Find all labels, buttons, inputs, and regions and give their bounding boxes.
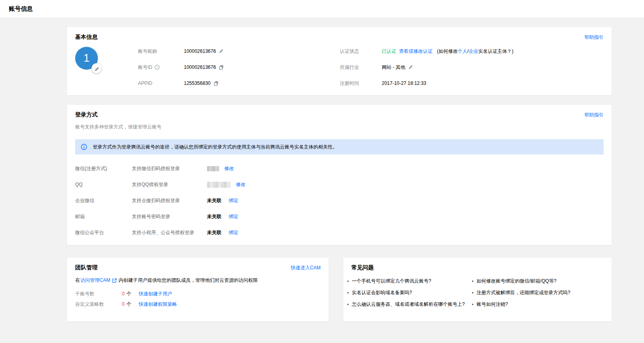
login-method-desc: 支持小程序、公众号授权登录 xyxy=(132,229,207,236)
bind-wecom-link[interactable]: 绑定 xyxy=(229,197,238,204)
login-row-wechat-official: 微信公众平台 支持小程序、公众号授权登录 未关联 绑定 xyxy=(75,225,604,241)
sub-accounts-row: 子账号数 0 个 快速创建子用户 xyxy=(75,289,321,299)
svg-text:?: ? xyxy=(156,66,158,69)
modify-auth-link[interactable]: 查看或修改认证 xyxy=(399,48,433,55)
avatar-text: 1 xyxy=(84,52,90,64)
bullet-icon xyxy=(472,304,473,305)
login-row-qq: QQ 支持QQ授权登录 修改 xyxy=(75,177,604,193)
team-management-card: 团队管理 快速进入CAM 在 访问管理CAM 内创建子用户提供给您的团队成员，管… xyxy=(67,258,329,321)
bullet-icon xyxy=(472,292,473,293)
policies-count: 0 xyxy=(122,301,125,307)
login-method-status: 未关联 xyxy=(207,197,221,204)
bind-email-link[interactable]: 绑定 xyxy=(229,213,238,220)
login-method-desc: 支持企微扫码授权登录 xyxy=(132,197,207,204)
login-method-name: 邮箱 xyxy=(75,213,132,220)
modify-qq-link[interactable]: 修改 xyxy=(236,181,245,188)
pencil-icon xyxy=(94,62,99,74)
create-sub-user-link[interactable]: 快速创建子用户 xyxy=(139,291,172,297)
login-method-desc: 支持QQ授权登录 xyxy=(132,181,207,188)
bullet-icon xyxy=(347,281,349,282)
bind-wechat-official-link[interactable]: 绑定 xyxy=(229,229,238,236)
auth-status-row: 认证状态 已认证 查看或修改认证 (如何修改个人/企业实名认证主体？) xyxy=(340,43,604,59)
create-policy-link[interactable]: 快速创建权限策略 xyxy=(139,301,177,308)
top-bar: 账号信息 xyxy=(0,0,644,18)
cam-link[interactable]: 访问管理CAM xyxy=(80,277,110,284)
industry-label: 所属行业 xyxy=(340,64,382,71)
bullet-icon xyxy=(347,292,349,293)
auth-note: (如何修改个人/企业实名认证主体？) xyxy=(437,48,513,55)
faq-item[interactable]: 怎么确认云服务器、域名或者域名解析在哪个账号上? xyxy=(347,301,472,307)
avatar[interactable]: 1 xyxy=(75,47,98,70)
account-id-label: 账号ID xyxy=(138,64,152,71)
faq-title: 常见问题 xyxy=(351,264,374,271)
reg-time-label: 注册时间 xyxy=(340,80,382,87)
login-method-name: 微信公众平台 xyxy=(75,229,132,236)
login-method-name: 微信(注册方式) xyxy=(75,165,132,172)
basic-help-link[interactable]: 帮助指引 xyxy=(584,34,604,41)
copy-account-id-icon[interactable] xyxy=(219,65,224,70)
nickname-value: 100002613676 xyxy=(184,48,216,54)
faq-item[interactable]: 注册方式被解绑后，还能绑定成登录方式吗? xyxy=(472,289,604,296)
login-help-link[interactable]: 帮助指引 xyxy=(584,112,604,118)
policies-label: 自定义策略数 xyxy=(75,301,122,308)
enterprise-auth-link[interactable]: 企业 xyxy=(469,48,478,54)
industry-row: 所属行业 网站 - 其他 xyxy=(340,59,604,75)
login-method-desc: 支持微信扫码授权登录 xyxy=(132,165,207,172)
question-icon[interactable]: ? xyxy=(154,64,160,70)
login-methods-title: 登录方式 xyxy=(75,111,98,118)
info-icon xyxy=(81,144,87,150)
quick-enter-cam-link[interactable]: 快速进入CAM xyxy=(291,265,321,271)
faq-item[interactable]: 实名认证会影响域名备案吗? xyxy=(347,289,472,296)
nickname-label: 账号昵称 xyxy=(138,48,184,55)
team-desc: 在 访问管理CAM 内创建子用户提供给您的团队成员，管理他们对云资源的访问权限 xyxy=(75,277,321,284)
login-method-name: QQ xyxy=(75,182,132,187)
login-row-wecom: 企业微信 支持企微扫码授权登录 未关联 绑定 xyxy=(75,193,604,209)
copy-appid-icon[interactable] xyxy=(213,81,219,86)
login-row-wechat: 微信(注册方式) 支持微信扫码授权登录 修改 xyxy=(75,160,604,177)
masked-qq-value xyxy=(207,182,230,188)
appid-value: 1255356830 xyxy=(184,80,211,86)
account-id-value: 100002613676 xyxy=(184,64,216,70)
industry-value: 网站 - 其他 xyxy=(382,64,405,71)
login-methods-subtitle: 账号支持多种登录方式，便捷管理云账号 xyxy=(75,124,604,130)
bullet-icon xyxy=(472,281,473,282)
login-methods-card: 登录方式 帮助指引 账号支持多种登录方式，便捷管理云账号 登录方式作为登录腾讯云… xyxy=(67,105,612,245)
sub-accounts-label: 子账号数 xyxy=(75,291,122,297)
avatar-edit-button[interactable] xyxy=(92,63,102,73)
main-content: 基本信息 帮助指引 1 账号昵称 100002613676 xyxy=(0,18,644,321)
modify-wechat-link[interactable]: 修改 xyxy=(224,165,234,172)
account-id-row: 账号ID ? 100002613676 xyxy=(138,59,340,75)
appid-label: APPID xyxy=(138,80,184,86)
avatar-box: 1 xyxy=(75,43,138,91)
external-link-icon xyxy=(112,278,117,283)
auth-status-label: 认证状态 xyxy=(340,48,382,55)
faq-card: 常见问题 一个手机号可以绑定几个腾讯云账号? 实名认证会影响域名备案吗? 怎么确… xyxy=(343,258,612,321)
login-method-status: 未关联 xyxy=(207,213,221,220)
personal-auth-link[interactable]: 个人 xyxy=(458,48,467,54)
nickname-row: 账号昵称 100002613676 xyxy=(138,43,340,59)
masked-wechat-value xyxy=(207,166,219,171)
reg-time-row: 注册时间 2017-10-27 18:12:33 xyxy=(340,75,604,91)
login-row-email: 邮箱 支持账号密码登录 未关联 绑定 xyxy=(75,209,604,225)
login-banner-text: 登录方式作为登录腾讯云账号的途径，请确认您所绑定的登录方式的使用主体与当前腾讯云… xyxy=(93,144,337,150)
bullet-icon xyxy=(347,304,349,305)
faq-item[interactable]: 如何修改账号绑定的微信/邮箱/QQ等? xyxy=(472,278,604,284)
login-method-name: 企业微信 xyxy=(75,197,132,204)
basic-info-card: 基本信息 帮助指引 1 账号昵称 100002613676 xyxy=(67,27,612,95)
reg-time-value: 2017-10-27 18:12:33 xyxy=(382,80,426,86)
page-title: 账号信息 xyxy=(9,5,33,13)
appid-row: APPID 1255356830 xyxy=(138,75,340,91)
edit-industry-icon[interactable] xyxy=(408,65,413,70)
sub-accounts-count: 0 xyxy=(122,291,125,297)
auth-status-badge: 已认证 xyxy=(382,48,396,55)
edit-nickname-icon[interactable] xyxy=(219,49,223,54)
team-title: 团队管理 xyxy=(75,264,98,271)
basic-info-title: 基本信息 xyxy=(75,34,98,41)
faq-item[interactable]: 一个手机号可以绑定几个腾讯云账号? xyxy=(347,278,472,284)
login-method-status: 未关联 xyxy=(207,229,221,236)
login-method-desc: 支持账号密码登录 xyxy=(132,213,207,220)
login-info-banner: 登录方式作为登录腾讯云账号的途径，请确认您所绑定的登录方式的使用主体与当前腾讯云… xyxy=(75,139,604,154)
policies-row: 自定义策略数 0 个 快速创建权限策略 xyxy=(75,299,321,309)
faq-item[interactable]: 账号如何注销? xyxy=(472,301,604,307)
